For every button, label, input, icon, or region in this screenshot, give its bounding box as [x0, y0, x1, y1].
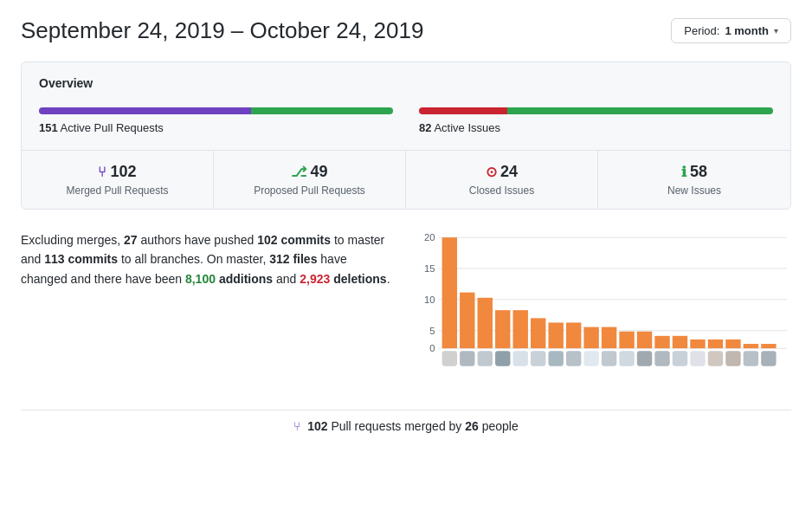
merged-pr-desc: Merged Pull Requests	[35, 184, 199, 197]
new-issue-icon: ℹ	[681, 164, 686, 180]
bar-2	[460, 293, 474, 348]
merged-pr-count: 102	[110, 163, 136, 181]
additions-label: additions	[219, 272, 273, 286]
period-label: Period:	[684, 24, 719, 37]
y-label-10: 10	[424, 294, 435, 305]
new-issues-number-row: ℹ 58	[612, 163, 777, 181]
commit-chart: 20 15 10 5 0	[419, 230, 791, 392]
issues-label-text: Active Issues	[434, 121, 500, 134]
commit-summary: Excluding merges, 27 authors have pushed…	[21, 230, 393, 392]
avatar-16	[708, 351, 723, 365]
avatar-5	[513, 351, 528, 365]
footer-people-count: 26	[465, 419, 479, 433]
page-header: September 24, 2019 – October 24, 2019 Pe…	[21, 17, 791, 44]
overview-card: Overview 151 Active Pull Requests 82 Act…	[21, 61, 791, 210]
bar-13	[654, 336, 669, 348]
branch-icon: ⎇	[291, 164, 306, 180]
period-button[interactable]: Period: 1 month ▾	[671, 18, 791, 43]
issues-bar-red	[419, 107, 507, 114]
proposed-pr-number-row: ⎇ 49	[228, 163, 391, 181]
bar-4	[495, 310, 510, 348]
pr-count: 151	[39, 121, 58, 134]
commits-all-label: commits	[68, 252, 119, 266]
deletions-label: deletions	[333, 272, 386, 286]
chevron-down-icon: ▾	[774, 26, 778, 36]
bottom-section: Excluding merges, 27 authors have pushed…	[21, 230, 791, 392]
files-label: files	[293, 252, 317, 266]
pr-label-text: Active Pull Requests	[61, 121, 164, 134]
closed-issues-count: 24	[500, 163, 518, 181]
pr-bar-purple	[39, 107, 251, 114]
commit-paragraph: Excluding merges, 27 authors have pushed…	[21, 230, 393, 288]
avatar-3	[478, 351, 493, 365]
stat-proposed-prs: ⎇ 49 Proposed Pull Requests	[214, 151, 406, 209]
chart-svg: 20 15 10 5 0	[419, 230, 791, 390]
bar-19	[761, 344, 776, 348]
avatar-14	[673, 351, 687, 365]
footer-people-label: people	[482, 419, 519, 433]
avatar-13	[654, 351, 669, 365]
proposed-pr-count: 49	[310, 163, 327, 181]
avatar-11	[619, 351, 634, 365]
y-label-5: 5	[429, 326, 435, 336]
avatar-6	[531, 351, 545, 365]
merged-pr-number-row: ⑂ 102	[35, 163, 199, 181]
avatar-18	[744, 351, 758, 365]
page-title: September 24, 2019 – October 24, 2019	[21, 17, 423, 44]
commits-label: commits	[280, 233, 331, 247]
closed-issues-number-row: ⊙ 24	[420, 163, 583, 181]
bar-3	[478, 298, 493, 348]
avatar-10	[602, 351, 616, 365]
avatar-15	[690, 351, 705, 365]
bar-17	[725, 340, 740, 348]
bar-1	[442, 237, 457, 348]
pull-requests-bar	[39, 107, 393, 114]
y-label-15: 15	[424, 263, 435, 274]
bar-18	[744, 344, 758, 348]
bar-14	[673, 336, 687, 348]
y-label-20: 20	[424, 232, 435, 243]
additions-count: 8,100	[185, 272, 216, 286]
bar-6	[531, 318, 545, 348]
pull-requests-label: 151 Active Pull Requests	[39, 121, 393, 134]
bar-8	[566, 322, 581, 348]
avatar-2	[460, 351, 474, 365]
issues-count: 82	[419, 121, 431, 134]
y-label-0: 0	[429, 343, 435, 353]
bars-row: 151 Active Pull Requests 82 Active Issue…	[39, 107, 773, 134]
bar-12	[637, 332, 652, 348]
footer-pr-count: 102	[307, 419, 327, 433]
footer-merge-icon: ⑂	[293, 419, 300, 433]
merge-icon: ⑂	[98, 165, 106, 180]
commits-master-count: 102	[257, 233, 277, 247]
new-issues-desc: New Issues	[612, 184, 777, 197]
avatar-1	[442, 351, 457, 365]
proposed-pr-desc: Proposed Pull Requests	[228, 184, 391, 197]
pr-bar-green	[251, 107, 393, 114]
pull-requests-bar-group: 151 Active Pull Requests	[39, 107, 393, 134]
issues-bar-group: 82 Active Issues	[419, 107, 773, 134]
stat-closed-issues: ⊙ 24 Closed Issues	[406, 151, 598, 209]
new-issues-count: 58	[690, 163, 707, 181]
bar-10	[602, 327, 616, 349]
period-value: 1 month	[725, 24, 769, 37]
commits-all-count: 113	[44, 252, 64, 266]
closed-issues-desc: Closed Issues	[420, 184, 583, 197]
issues-label: 82 Active Issues	[419, 121, 773, 134]
avatar-12	[637, 351, 652, 365]
avatar-19	[761, 351, 776, 365]
overview-title: Overview	[39, 76, 773, 90]
avatar-4	[495, 351, 510, 365]
footer-text: Pull requests merged by	[331, 419, 465, 433]
bar-11	[619, 332, 634, 348]
stat-new-issues: ℹ 58 New Issues	[598, 151, 790, 209]
deletions-count: 2,923	[300, 272, 330, 286]
footer: ⑂ 102 Pull requests merged by 26 people	[21, 410, 791, 442]
avatar-7	[548, 351, 563, 365]
bar-7	[548, 322, 563, 348]
issues-bar-green	[507, 107, 773, 114]
closed-issue-icon: ⊙	[486, 164, 497, 180]
stats-grid: ⑂ 102 Merged Pull Requests ⎇ 49 Proposed…	[22, 150, 790, 209]
bar-16	[708, 340, 723, 348]
avatar-9	[583, 351, 598, 365]
